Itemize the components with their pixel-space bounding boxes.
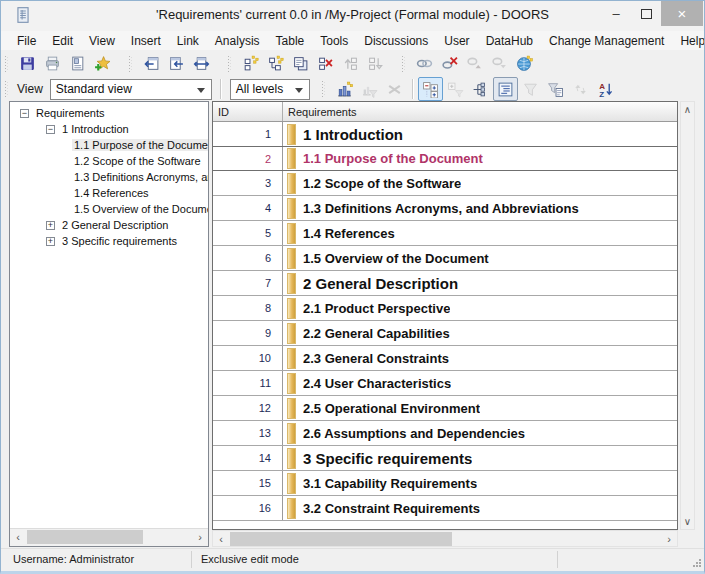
save-icon[interactable] — [15, 52, 40, 76]
object-text: 1.2 Scope of the Software — [303, 176, 461, 191]
menu-item-table[interactable]: Table — [268, 32, 313, 50]
table-row[interactable]: 143 Specific requirements — [213, 446, 677, 471]
tree-item-2-general-description[interactable]: +2 General Description — [10, 217, 208, 233]
collapse-icon[interactable]: − — [46, 125, 55, 134]
status-divider — [557, 551, 558, 568]
table-row[interactable]: 122.5 Operational Environment — [213, 396, 677, 421]
tree-item-1-3-definitions-acronyms-and-abbreviations[interactable]: 1.3 Definitions Acronyms, and Abbreviati… — [10, 169, 208, 185]
tree-horizontal-scrollbar[interactable]: ‹ › — [10, 528, 208, 546]
requirements-grid-pane: ID Requirements 11 Introduction21.1 Purp… — [212, 101, 678, 530]
table-row[interactable]: 21.1 Purpose of the Document — [213, 146, 677, 171]
advanced-filter-icon[interactable] — [543, 77, 568, 101]
column-header-id[interactable]: ID — [213, 102, 283, 121]
delete-object-icon[interactable] — [313, 52, 338, 76]
indent-both-icon[interactable] — [189, 52, 214, 76]
sort-icon[interactable]: AZ — [593, 77, 618, 101]
column-header-requirements[interactable]: Requirements — [283, 102, 677, 121]
expand-icon[interactable]: + — [46, 237, 55, 246]
tree-item-1-2-scope-of-the-software[interactable]: 1.2 Scope of the Software — [10, 153, 208, 169]
minimize-button[interactable]: – — [601, 1, 631, 26]
view-selector-value: Standard view — [56, 82, 132, 96]
tree-item-1-5-overview-of-the-document[interactable]: 1.5 Overview of the Document — [10, 201, 208, 217]
grid-hscroll-thumb[interactable] — [230, 532, 452, 546]
menu-item-datahub[interactable]: DataHub — [478, 32, 541, 50]
page-setup-icon[interactable] — [65, 52, 90, 76]
chevron-down-icon — [197, 88, 205, 93]
outline-view-icon[interactable] — [493, 77, 518, 101]
scroll-left-icon[interactable]: ‹ — [213, 531, 229, 547]
table-row[interactable]: 163.2 Constraint Requirements — [213, 496, 677, 521]
scroll-left-icon[interactable]: ‹ — [10, 529, 26, 545]
print-icon[interactable] — [40, 52, 65, 76]
object-text: 1 Introduction — [303, 126, 403, 143]
table-row[interactable]: 112.4 User Characteristics — [213, 371, 677, 396]
expand-outline-icon[interactable] — [418, 77, 443, 101]
tree-item-label: 1.2 Scope of the Software — [72, 155, 203, 167]
table-row[interactable]: 132.6 Assumptions and Dependencies — [213, 421, 677, 446]
table-row[interactable]: 82.1 Product Perspective — [213, 296, 677, 321]
create-link-icon[interactable] — [412, 52, 437, 76]
table-row[interactable]: 11 Introduction — [213, 122, 677, 147]
link-browser-icon[interactable] — [512, 52, 537, 76]
menu-item-insert[interactable]: Insert — [123, 32, 169, 50]
table-row[interactable]: 41.3 Definitions Acronyms, and Abbreviat… — [213, 196, 677, 221]
object-id: 8 — [213, 296, 283, 320]
tree-item-requirements[interactable]: −Requirements — [10, 105, 208, 121]
collapse-icon[interactable]: − — [20, 109, 29, 118]
scroll-right-icon[interactable]: › — [661, 531, 677, 547]
demote-object-icon — [363, 52, 388, 76]
new-sub-object-icon[interactable] — [263, 52, 288, 76]
menu-item-tools[interactable]: Tools — [312, 32, 356, 50]
new-object-icon[interactable] — [238, 52, 263, 76]
table-row[interactable]: 102.3 General Constraints — [213, 346, 677, 371]
new-view-icon[interactable] — [332, 77, 357, 101]
tree-item-1-introduction[interactable]: −1 Introduction — [10, 121, 208, 137]
tree-item-label: 1.1 Purpose of the Document — [72, 139, 208, 151]
grid-header: ID Requirements — [213, 102, 677, 122]
scroll-down-icon[interactable]: ∨ — [681, 514, 694, 529]
menu-item-link[interactable]: Link — [169, 32, 207, 50]
menu-item-change-management[interactable]: Change Management — [541, 32, 672, 50]
window-title: 'Requirements' current 0.0 in /My-Projec… — [1, 7, 704, 22]
menu-item-discussions[interactable]: Discussions — [356, 32, 436, 50]
menu-item-edit[interactable]: Edit — [44, 32, 81, 50]
levels-selector[interactable]: All levels — [230, 79, 310, 100]
toolbar-separator — [220, 79, 221, 99]
maximize-button[interactable] — [631, 1, 661, 26]
table-row[interactable]: 51.4 References — [213, 221, 677, 246]
table-row[interactable]: 153.1 Capability Requirements — [213, 471, 677, 496]
menu-item-view[interactable]: View — [81, 32, 123, 50]
menu-item-file[interactable]: File — [9, 32, 44, 50]
indent-left-icon[interactable] — [139, 52, 164, 76]
refresh-view-icon — [568, 77, 593, 101]
tree-item-1-4-references[interactable]: 1.4 References — [10, 185, 208, 201]
tree-hscroll-thumb[interactable] — [27, 530, 143, 544]
grid-vertical-scrollbar[interactable]: ∧ ∨ — [680, 101, 695, 530]
menu-bar: FileEditViewInsertLinkAnalysisTableTools… — [1, 31, 704, 50]
title-bar[interactable]: 'Requirements' current 0.0 in /My-Projec… — [1, 1, 704, 31]
menu-item-analysis[interactable]: Analysis — [207, 32, 268, 50]
close-button[interactable]: × — [661, 1, 703, 26]
delete-link-icon[interactable] — [437, 52, 462, 76]
menu-item-user[interactable]: User — [436, 32, 477, 50]
link-indicators-icon[interactable] — [468, 77, 493, 101]
copy-object-icon[interactable] — [288, 52, 313, 76]
expand-icon[interactable]: + — [46, 221, 55, 230]
table-row[interactable]: 72 General Description — [213, 271, 677, 296]
table-row[interactable]: 31.2 Scope of the Software — [213, 171, 677, 196]
tree-item-1-1-purpose-of-the-document[interactable]: 1.1 Purpose of the Document — [10, 137, 208, 153]
toolbar-grip — [129, 56, 133, 72]
view-selector[interactable]: Standard view — [50, 79, 212, 100]
scroll-up-icon[interactable]: ∧ — [681, 102, 694, 117]
tree-item-3-specific-requirements[interactable]: +3 Specific requirements — [10, 233, 208, 249]
object-heading-bar — [287, 473, 296, 494]
menu-item-help[interactable]: Help — [672, 32, 705, 50]
grid-horizontal-scrollbar[interactable]: ‹ › — [212, 530, 678, 547]
table-row[interactable]: 92.2 General Capabilities — [213, 321, 677, 346]
indent-left-alt-icon[interactable] — [164, 52, 189, 76]
resize-grip[interactable] — [692, 558, 701, 567]
table-row[interactable]: 61.5 Overview of the Document — [213, 246, 677, 271]
add-favorite-icon[interactable] — [90, 52, 115, 76]
object-text: 2.1 Product Perspective — [303, 301, 450, 316]
scroll-right-icon[interactable]: › — [192, 529, 208, 545]
